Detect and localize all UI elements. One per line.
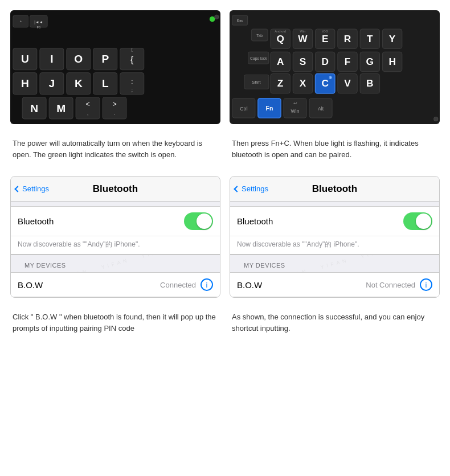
svg-text:B: B [366,78,373,89]
svg-text:K: K [75,77,83,89]
ios-discover-left: Now discoverable as ""Andy"的 iPhone". [11,236,220,255]
svg-text:Win: Win [291,108,300,114]
svg-text:Y: Y [389,33,396,44]
ios-my-devices-header-left: MY DEVICES [18,258,213,271]
chevron-left-icon-right [234,186,240,192]
svg-text:F6: F6 [36,26,40,29]
ios-bluetooth-section-right: Bluetooth Now discoverable as ""Andy"的 i… [230,206,439,255]
keyboard-left-cell: ^ |◄◄ F6 U I O P { [ [6,6,225,129]
svg-text:J: J [49,77,55,89]
ios-device-right-left: Connected i [160,278,213,291]
svg-text:D: D [321,56,328,67]
ios-device-right-right: Not Connected i [366,278,432,291]
svg-text:<: < [85,100,89,108]
svg-text:Esc: Esc [237,18,243,22]
svg-text:Z: Z [277,78,284,89]
ios-title-left: Bluetooth [93,183,138,195]
svg-text:S: S [300,56,306,67]
svg-text:N: N [30,102,38,114]
svg-text:V: V [344,78,351,89]
caption-right-bottom: As shown, the connection is successful, … [230,307,440,340]
ios-toggle-left[interactable] [184,212,213,230]
ios-info-icon-right[interactable]: i [420,278,432,291]
ios-device-row-left[interactable]: B.O.W Connected i [11,273,220,297]
svg-text:R: R [344,33,351,44]
ios-my-devices-header-right: MY DEVICES [237,258,432,271]
ios-device-row-right[interactable]: B.O.W Not Connected i [230,273,439,297]
svg-point-37 [210,17,215,22]
svg-text:U: U [21,53,29,65]
ios-device-status-right: Not Connected [366,281,415,289]
svg-text:,: , [87,110,89,116]
ios-devices-section-left: B.O.W Connected i [11,272,220,297]
svg-text:↩: ↩ [293,101,297,106]
ios-toggle-right[interactable] [403,212,432,230]
caption-left-top-cell: The power will automatically turn on whe… [6,129,225,171]
ios-nav-bar-right: Settings Bluetooth [230,177,439,202]
settings-left-cell: Settings Bluetooth Bluetooth Now discove… [6,171,225,302]
svg-text:F: F [345,56,351,67]
keyboard-left-image: ^ |◄◄ F6 U I O P { [ [10,10,220,124]
ios-settings-left: Settings Bluetooth Bluetooth Now discove… [10,176,220,298]
settings-right-cell: Settings Bluetooth Bluetooth Now discove… [225,171,444,302]
ios-nav-bar-left: Settings Bluetooth [11,177,220,202]
caption-left-bottom: Click " B.O.W " when bluetooth is found,… [10,307,220,340]
ios-title-right: Bluetooth [312,183,357,195]
svg-text:P: P [101,53,109,65]
svg-point-38 [214,15,219,19]
ios-bluetooth-row-left: Bluetooth [11,207,220,236]
svg-text:Q: Q [276,33,284,44]
svg-text:C: C [321,78,328,89]
svg-text:H: H [388,56,395,67]
ios-discover-right: Now discoverable as ""Andy"的 iPhone". [230,236,439,255]
svg-text:Caps lock: Caps lock [250,56,267,61]
svg-text:.: . [114,110,116,116]
svg-text:T: T [367,33,373,44]
ios-back-label-right: Settings [242,184,268,193]
ios-back-button-right[interactable]: Settings [235,184,268,193]
svg-text:G: G [366,56,374,67]
ios-device-name-right: B.O.W [237,280,262,290]
svg-text:I: I [50,53,53,65]
svg-text:Shift: Shift [252,80,261,85]
svg-text:>: > [112,100,116,108]
svg-text:H: H [21,77,29,89]
keyboard-right-cell: Esc Tab Q Android W Win E iOS R [225,6,444,129]
ios-bluetooth-label-left: Bluetooth [18,216,54,226]
svg-text:A: A [277,56,284,67]
svg-text:Tab: Tab [256,34,263,38]
ios-bluetooth-section-left: Bluetooth Now discoverable as ""Andy"的 i… [11,206,220,255]
ios-devices-section-right: B.O.W Not Connected i [230,272,439,297]
svg-text:O: O [74,53,83,65]
svg-text::: : [131,78,133,85]
ios-back-button-left[interactable]: Settings [15,184,49,193]
svg-text:Android: Android [275,30,286,33]
svg-text:{: { [130,54,134,65]
caption-right-bottom-cell: As shown, the connection is successful, … [225,302,444,345]
svg-point-94 [433,117,438,121]
svg-text:Win: Win [300,30,305,33]
ios-back-label-left: Settings [22,184,49,193]
ios-device-status-left: Connected [160,281,196,289]
ios-bluetooth-label-right: Bluetooth [237,216,273,226]
svg-text:✱: ✱ [329,75,333,80]
caption-right-top-cell: Then press Fn+C. When blue light is flas… [225,129,444,171]
svg-text:W: W [298,33,308,44]
ios-bluetooth-row-right: Bluetooth [230,207,439,236]
svg-text:|◄◄: |◄◄ [34,20,43,24]
caption-right-top: Then press Fn+C. When blue light is flas… [230,133,440,167]
svg-text:E: E [322,33,329,44]
chevron-left-icon-left [14,186,21,192]
ios-device-name-left: B.O.W [18,280,43,290]
ios-settings-right: Settings Bluetooth Bluetooth Now discove… [230,176,440,298]
svg-text:Fn: Fn [266,105,273,112]
svg-text:L: L [102,77,109,89]
main-layout: ^ |◄◄ F6 U I O P { [ [0,0,450,351]
ios-info-icon-left[interactable]: i [201,278,213,291]
svg-text:Alt: Alt [318,106,324,112]
svg-text:;: ; [131,87,133,93]
caption-left-top: The power will automatically turn on whe… [10,133,220,167]
svg-text:iOS: iOS [322,30,328,33]
caption-left-bottom-cell: Click " B.O.W " when bluetooth is found,… [6,302,225,345]
svg-text:M: M [56,102,66,114]
